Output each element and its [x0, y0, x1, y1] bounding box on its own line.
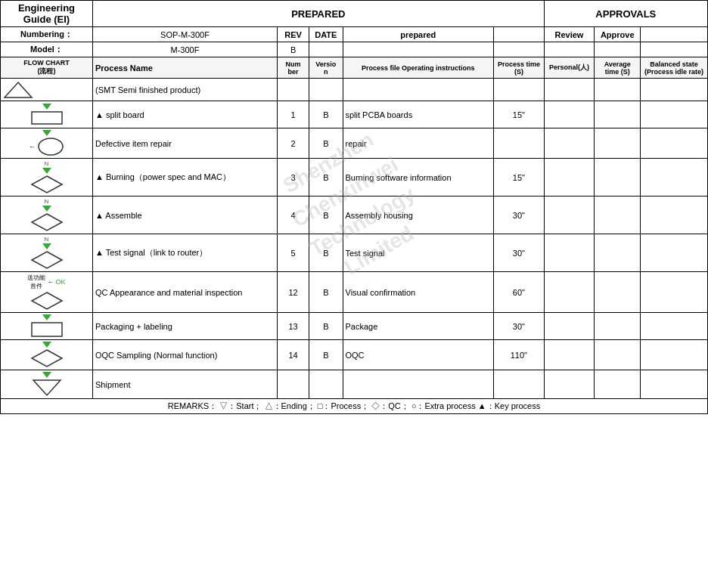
title-cell: Engineering Guide (EI) — [1, 1, 93, 27]
ver-r4: B — [309, 159, 343, 197]
ptime-r4: 15" — [494, 159, 545, 197]
num-r4: 3 — [278, 159, 309, 197]
flow-r9 — [1, 340, 93, 370]
pfile-r5: Assembly housing — [343, 197, 494, 234]
empty-cell-3 — [494, 42, 545, 57]
col-process-name: Process Name — [93, 57, 278, 79]
pfile-r3: repair — [343, 128, 494, 159]
avgtime-r3 — [595, 128, 641, 159]
num-r1 — [278, 79, 309, 101]
num-r5: 4 — [278, 197, 309, 234]
svg-marker-8 — [32, 350, 62, 367]
flow-r10 — [1, 370, 93, 399]
ptime-r7: 60" — [494, 272, 545, 313]
svg-point-2 — [39, 138, 63, 155]
ptime-r9: 110" — [494, 340, 545, 370]
pfile-r7: Visual confirmation — [343, 272, 494, 313]
balanced-r2 — [641, 101, 708, 128]
col-number: Number — [278, 57, 309, 79]
remarks-row: REMARKS： ▽：Start； △：Ending； □：Process； ◇… — [1, 399, 708, 414]
col-process-file: Process file Operating instructions — [343, 57, 494, 79]
prepared-empty — [343, 42, 494, 57]
pfile-r2: split PCBA boards — [343, 101, 494, 128]
ptime-r2: 15" — [494, 101, 545, 128]
col-personal: Personal(人) — [544, 57, 595, 79]
svg-marker-5 — [32, 252, 62, 268]
pfile-r8: Package — [343, 313, 494, 340]
pfile-r9: OQC — [343, 340, 494, 370]
ver-r2: B — [309, 101, 343, 128]
date-label: DATE — [309, 27, 343, 42]
approvals-header: APPROVALS — [544, 1, 707, 27]
process-name-r2: ▲ split board — [93, 101, 278, 128]
approve-empty — [595, 42, 641, 57]
svg-marker-0 — [5, 82, 32, 97]
col-version: Version — [309, 57, 343, 79]
ver-r6: B — [309, 234, 343, 272]
avgtime-r9 — [595, 340, 641, 370]
main-table: Engineering Guide (EI) PREPARED APPROVAL… — [0, 0, 708, 414]
flow-r8 — [1, 313, 93, 340]
avgtime-r5 — [595, 197, 641, 234]
svg-rect-7 — [32, 323, 62, 336]
model-label: Model： — [1, 42, 93, 57]
approve-label: Approve — [595, 27, 641, 42]
col-balanced: Balanced state (Process idle rate) — [641, 57, 708, 79]
ptime-r6: 30" — [494, 234, 545, 272]
pfile-r10 — [343, 370, 494, 399]
process-name-r9: OQC Sampling (Normal function) — [93, 340, 278, 370]
balanced-r7 — [641, 272, 708, 313]
date-empty — [309, 42, 343, 57]
ver-r8: B — [309, 313, 343, 340]
ver-r9: B — [309, 340, 343, 370]
personal-r9 — [544, 340, 595, 370]
col-process-time: Process time (S) — [494, 57, 545, 79]
empty-cell-1 — [494, 27, 545, 42]
svg-marker-6 — [32, 292, 62, 309]
numbering-value: SOP-M-300F — [93, 27, 278, 42]
pfile-r1 — [343, 79, 494, 101]
ver-r1 — [309, 79, 343, 101]
prepared-header: PREPARED — [93, 1, 545, 27]
balanced-empty-header — [641, 42, 708, 57]
col-avg-time: Average time (S) — [595, 57, 641, 79]
empty-cell-2 — [641, 27, 708, 42]
flow-r4: N — [1, 159, 93, 197]
flow-r2 — [1, 101, 93, 128]
balanced-r3 — [641, 128, 708, 159]
num-r2: 1 — [278, 101, 309, 128]
svg-marker-3 — [32, 176, 62, 193]
personal-r8 — [544, 313, 595, 340]
num-r3: 2 — [278, 128, 309, 159]
model-value: M-300F — [93, 42, 278, 57]
personal-r10 — [544, 370, 595, 399]
svg-marker-9 — [33, 380, 61, 395]
numbering-label: Numbering： — [1, 27, 93, 42]
rev-label: REV — [278, 27, 309, 42]
avgtime-r7 — [595, 272, 641, 313]
process-name-r7: QC Appearance and material inspection — [93, 272, 278, 313]
svg-marker-4 — [32, 214, 62, 231]
balanced-r10 — [641, 370, 708, 399]
num-r8: 13 — [278, 313, 309, 340]
personal-r4 — [544, 159, 595, 197]
ver-r3: B — [309, 128, 343, 159]
balanced-r4 — [641, 159, 708, 197]
avgtime-r10 — [595, 370, 641, 399]
process-name-r6: ▲ Test signal（link to router） — [93, 234, 278, 272]
process-name-r10: Shipment — [93, 370, 278, 399]
balanced-r6 — [641, 234, 708, 272]
flow-r6: N — [1, 234, 93, 272]
ptime-r10 — [494, 370, 545, 399]
ver-r5: B — [309, 197, 343, 234]
pfile-r6: Test signal — [343, 234, 494, 272]
ptime-r8: 30" — [494, 313, 545, 340]
flow-r7: 送功能首件 ← OK — [1, 272, 93, 313]
process-name-r3: Defective item repair — [93, 128, 278, 159]
review-label: Review — [544, 27, 595, 42]
balanced-r1 — [641, 79, 708, 101]
avgtime-r4 — [595, 159, 641, 197]
avgtime-r8 — [595, 313, 641, 340]
prepared-label: prepared — [343, 27, 494, 42]
flow-r5: N — [1, 197, 93, 234]
